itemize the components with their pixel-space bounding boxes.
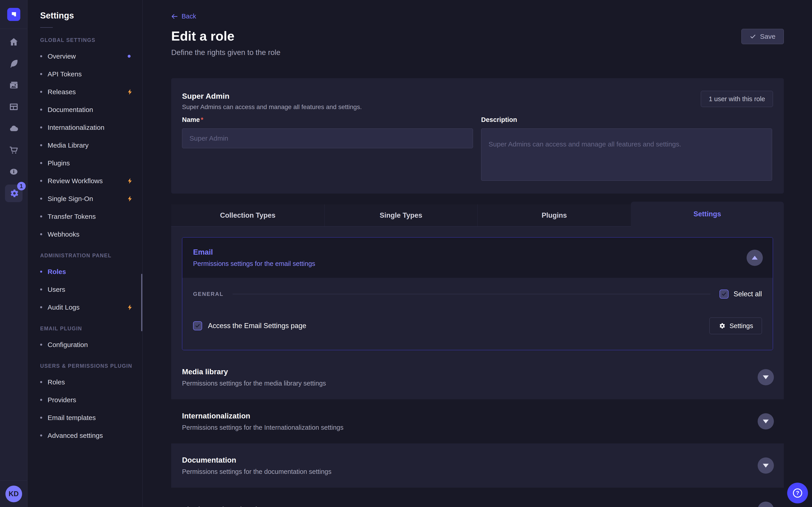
description-textarea[interactable]: Super Admins can access and manage all f…: [481, 128, 772, 181]
sidebar-item-label: Overview: [48, 53, 76, 60]
sidebar-item-review-workflows[interactable]: Review Workflows: [40, 172, 142, 190]
sidebar-item-email-templates[interactable]: Email templates: [40, 409, 142, 427]
bullet-icon: [40, 109, 42, 111]
chevron-down-icon: [763, 464, 769, 467]
expand-button[interactable]: [758, 369, 774, 385]
general-group-row: GENERAL Select all: [193, 290, 762, 298]
sidebar-item-releases[interactable]: Releases: [40, 83, 142, 101]
accordion-media-library[interactable]: Media library Permissions settings for t…: [171, 355, 784, 399]
save-button[interactable]: Save: [742, 29, 784, 44]
nav-content-type-builder[interactable]: [0, 96, 27, 118]
bullet-icon: [40, 288, 42, 290]
bullet-icon: [40, 271, 42, 273]
page-title: Edit a role: [171, 29, 234, 44]
bullet-icon: [40, 126, 42, 128]
lightning-icon: [126, 89, 133, 95]
accordion-title: Internationalization: [182, 412, 773, 420]
sidebar-item-transfer-tokens[interactable]: Transfer Tokens: [40, 208, 142, 225]
accordion-title: Plugins and marketplace: [182, 505, 773, 507]
name-input[interactable]: Super Admin: [182, 128, 473, 148]
sidebar-item-label: Configuration: [48, 341, 88, 349]
nav-home[interactable]: [0, 31, 27, 53]
nav-cloud[interactable]: [0, 118, 27, 139]
avatar[interactable]: KD: [5, 486, 22, 502]
accordion-subtitle: Permissions settings for the Internation…: [182, 424, 773, 431]
page-subtitle: Define the rights given to the role: [171, 48, 281, 57]
accordion-title: Email: [193, 248, 762, 257]
sidebar-item-media-library[interactable]: Media Library: [40, 136, 142, 154]
gear-icon: [718, 322, 725, 329]
group-divider: [233, 294, 711, 294]
back-link[interactable]: Back: [171, 13, 196, 20]
tab-single-types[interactable]: Single Types: [324, 205, 478, 226]
accordion-documentation[interactable]: Documentation Permissions settings for t…: [171, 443, 784, 488]
sidebar-item-plugins[interactable]: Plugins: [40, 154, 142, 172]
bullet-icon: [40, 399, 42, 401]
accordion-subtitle: Permissions settings for the media libra…: [182, 380, 773, 387]
bullet-icon: [40, 55, 42, 57]
check-icon: [721, 291, 727, 297]
sidebar-item-label: Email templates: [48, 414, 96, 421]
sidebar-item-roles-admin[interactable]: Roles: [40, 263, 142, 281]
sidebar-item-internationalization[interactable]: Internationalization: [40, 118, 142, 136]
sidebar-item-label: Media Library: [48, 142, 89, 149]
sidebar-item-label: Documentation: [48, 106, 93, 114]
nav-media-library[interactable]: [0, 74, 27, 96]
cart-icon: [9, 145, 19, 155]
bullet-icon: [40, 233, 42, 235]
sidebar-item-label: Advanced settings: [48, 432, 103, 439]
settings-tab-panel: Email Permissions settings for the email…: [171, 226, 784, 507]
sidebar-item-label: Providers: [48, 396, 76, 404]
users-with-role-button[interactable]: 1 user with this role: [701, 91, 773, 107]
rail-items: 1: [0, 29, 27, 204]
nav-info[interactable]: [0, 161, 27, 182]
settings-subnav: Settings GLOBAL SETTINGS Overview API To…: [28, 0, 143, 507]
sidebar-item-documentation[interactable]: Documentation: [40, 101, 142, 118]
accordion-internationalization[interactable]: Internationalization Permissions setting…: [171, 399, 784, 443]
sidebar-item-api-tokens[interactable]: API Tokens: [40, 65, 142, 83]
sidebar-item-providers[interactable]: Providers: [40, 391, 142, 409]
tab-collection-types[interactable]: Collection Types: [171, 205, 324, 226]
permission-checkbox[interactable]: [193, 321, 202, 330]
section-label: USERS & PERMISSIONS PLUGIN: [40, 363, 142, 369]
select-all-checkbox[interactable]: [719, 290, 728, 298]
sidebar-item-overview[interactable]: Overview: [40, 47, 142, 65]
tab-plugins[interactable]: Plugins: [477, 205, 631, 226]
sidebar-item-webhooks[interactable]: Webhooks: [40, 225, 142, 243]
sidebar-item-configuration[interactable]: Configuration: [40, 336, 142, 353]
bullet-icon: [40, 306, 42, 308]
layout-icon: [9, 102, 19, 112]
bullet-icon: [40, 73, 42, 75]
strapi-logo[interactable]: [7, 8, 20, 21]
sidebar-item-advanced-settings[interactable]: Advanced settings: [40, 427, 142, 444]
nav-settings-active-bg: 1: [5, 184, 22, 202]
accordion-email: Email Permissions settings for the email…: [182, 237, 773, 350]
bullet-icon: [40, 91, 42, 93]
help-button[interactable]: ?: [787, 483, 808, 503]
nav-marketplace[interactable]: [0, 139, 27, 161]
nav-content-manager[interactable]: [0, 53, 27, 74]
expand-button[interactable]: [758, 413, 774, 430]
sidebar-item-users[interactable]: Users: [40, 281, 142, 298]
tab-settings[interactable]: Settings: [631, 202, 784, 226]
sidebar-item-roles-up[interactable]: Roles: [40, 373, 142, 391]
section-administration-panel: ADMINISTRATION PANEL Roles Users Audit L…: [40, 252, 142, 316]
accordion-plugins-marketplace[interactable]: Plugins and marketplace: [171, 488, 784, 507]
permission-label: Access the Email Settings page: [208, 322, 306, 330]
nav-settings[interactable]: 1: [0, 182, 27, 204]
expand-button[interactable]: [758, 502, 774, 507]
sidebar-item-audit-logs[interactable]: Audit Logs: [40, 298, 142, 316]
permission-settings-button[interactable]: Settings: [709, 318, 762, 334]
accordion-email-header[interactable]: Email Permissions settings for the email…: [182, 237, 773, 278]
expand-button[interactable]: [758, 457, 774, 474]
question-circle-icon: ?: [792, 487, 803, 499]
arrow-left-icon: [171, 13, 178, 20]
subnav-scrollbar[interactable]: [141, 274, 142, 331]
check-icon: [750, 33, 756, 40]
notification-dot-icon: [128, 55, 131, 58]
main-nav-rail: 1 KD: [0, 0, 28, 507]
sidebar-item-single-sign-on[interactable]: Single Sign-On: [40, 190, 142, 208]
sidebar-item-label: Roles: [48, 378, 65, 386]
collapse-button[interactable]: [747, 250, 763, 266]
permission-row: Access the Email Settings page Settings: [193, 318, 762, 334]
